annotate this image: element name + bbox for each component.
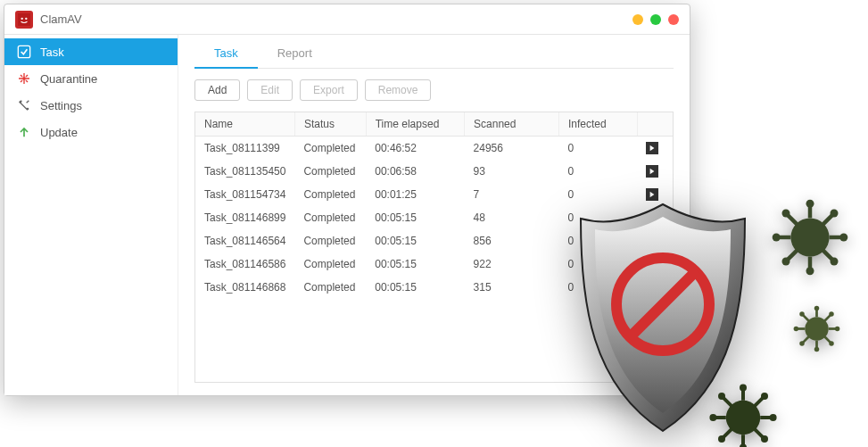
col-infected[interactable]: Infected xyxy=(559,112,637,137)
svg-point-2 xyxy=(25,17,27,19)
svg-line-17 xyxy=(788,250,798,260)
table-row[interactable]: Task_08111399Completed00:46:52249560 xyxy=(195,137,673,161)
maximize-button[interactable] xyxy=(650,14,661,25)
sidebar-item-label: Quarantine xyxy=(40,72,97,86)
col-status[interactable]: Status xyxy=(294,112,366,137)
quarantine-icon xyxy=(17,71,31,86)
svg-line-31 xyxy=(803,315,809,321)
main-panel: Task Report Add Edit Export Remove Name … xyxy=(178,35,690,395)
cell-infected: 0 xyxy=(559,183,637,206)
cell-name: Task_081146586 xyxy=(195,252,294,276)
export-button[interactable]: Export xyxy=(300,79,358,101)
table-row[interactable]: Task_081146868Completed00:05:153150 xyxy=(195,276,673,299)
svg-point-23 xyxy=(831,258,839,266)
cell-status: Completed xyxy=(294,206,366,229)
cell-status: Completed xyxy=(294,137,366,161)
virus-icon xyxy=(707,382,779,447)
table-row[interactable]: Task_081154734Completed00:01:2570 xyxy=(195,183,673,206)
minimize-button[interactable] xyxy=(632,14,643,25)
svg-point-43 xyxy=(726,401,760,435)
svg-point-40 xyxy=(829,341,834,346)
svg-line-50 xyxy=(755,398,764,407)
close-button[interactable] xyxy=(668,14,679,25)
svg-point-58 xyxy=(761,393,768,400)
svg-point-54 xyxy=(709,414,716,421)
cell-name: Task_081146868 xyxy=(195,276,294,299)
cell-name: Task_08111399 xyxy=(195,137,294,161)
svg-point-55 xyxy=(770,414,777,421)
cell-actions xyxy=(637,229,673,252)
svg-point-21 xyxy=(839,234,847,242)
play-button[interactable] xyxy=(646,165,658,178)
cell-status: Completed xyxy=(294,252,366,276)
svg-rect-3 xyxy=(18,46,29,57)
remove-button[interactable]: Remove xyxy=(365,79,432,101)
cell-time: 00:05:15 xyxy=(366,252,464,276)
cell-name: Task_081146564 xyxy=(195,229,294,252)
play-button[interactable] xyxy=(646,188,658,201)
toolbar: Add Edit Export Remove xyxy=(194,69,674,112)
window-controls xyxy=(632,14,679,25)
sidebar-item-task[interactable]: Task xyxy=(4,38,178,65)
tab-report[interactable]: Report xyxy=(258,38,332,68)
svg-point-52 xyxy=(740,384,747,391)
svg-line-15 xyxy=(823,250,832,260)
cell-infected: 0 xyxy=(559,137,637,161)
table-row[interactable]: Task_081146586Completed00:05:159220 xyxy=(195,252,673,276)
cell-actions xyxy=(637,252,673,276)
play-button[interactable] xyxy=(646,211,658,224)
cell-infected: 0 xyxy=(559,206,637,229)
cell-time: 00:05:15 xyxy=(366,206,464,229)
svg-point-35 xyxy=(814,306,820,311)
cell-time: 00:05:15 xyxy=(366,276,464,299)
svg-line-32 xyxy=(824,336,831,343)
cell-name: Task_081154734 xyxy=(195,183,294,206)
svg-line-16 xyxy=(823,215,832,225)
svg-point-9 xyxy=(790,218,829,256)
cell-actions xyxy=(637,160,673,183)
col-scanned[interactable]: Scanned xyxy=(465,112,559,137)
add-button[interactable]: Add xyxy=(194,79,240,101)
sidebar-item-update[interactable]: Update xyxy=(4,119,178,145)
sidebar-item-label: Update xyxy=(40,126,78,139)
edit-button[interactable]: Edit xyxy=(247,79,293,101)
tab-label: Report xyxy=(277,46,312,60)
tab-label: Task xyxy=(214,46,238,60)
sidebar-item-settings[interactable]: Settings xyxy=(4,92,178,119)
tab-task[interactable]: Task xyxy=(194,38,258,69)
cell-time: 00:01:25 xyxy=(366,183,464,206)
cell-status: Completed xyxy=(294,183,366,206)
cell-time: 00:46:52 xyxy=(366,137,464,161)
cell-status: Completed xyxy=(294,229,366,252)
cell-actions xyxy=(637,206,673,229)
svg-line-14 xyxy=(788,215,798,225)
svg-point-36 xyxy=(814,347,820,352)
check-icon xyxy=(17,45,31,59)
cell-scanned: 856 xyxy=(465,229,559,252)
svg-point-18 xyxy=(806,200,814,208)
virus-icon xyxy=(792,304,841,356)
svg-point-6 xyxy=(27,108,29,111)
play-button[interactable] xyxy=(646,142,658,154)
svg-point-37 xyxy=(794,327,799,332)
svg-point-38 xyxy=(835,327,840,332)
col-name[interactable]: Name xyxy=(195,112,294,137)
svg-line-34 xyxy=(803,336,809,343)
cell-infected: 0 xyxy=(559,229,637,252)
svg-line-51 xyxy=(723,429,732,438)
svg-point-57 xyxy=(761,435,768,443)
cell-scanned: 922 xyxy=(465,252,559,276)
svg-point-5 xyxy=(20,101,22,103)
sidebar-item-label: Settings xyxy=(40,99,82,112)
cell-time: 00:06:58 xyxy=(366,160,464,183)
cell-name: Task_081135450 xyxy=(195,160,294,183)
table-row[interactable]: Task_081135450Completed00:06:58930 xyxy=(195,160,673,183)
col-time[interactable]: Time elapsed xyxy=(366,112,464,137)
cell-infected: 0 xyxy=(559,276,637,299)
table-row[interactable]: Task_081146899Completed00:05:15480 xyxy=(195,206,673,229)
sidebar-item-quarantine[interactable]: Quarantine xyxy=(4,65,178,92)
svg-point-22 xyxy=(782,210,790,218)
app-title: ClamAV xyxy=(40,12,632,26)
table-row[interactable]: Task_081146564Completed00:05:158560 xyxy=(195,229,673,252)
play-button[interactable] xyxy=(646,235,658,247)
